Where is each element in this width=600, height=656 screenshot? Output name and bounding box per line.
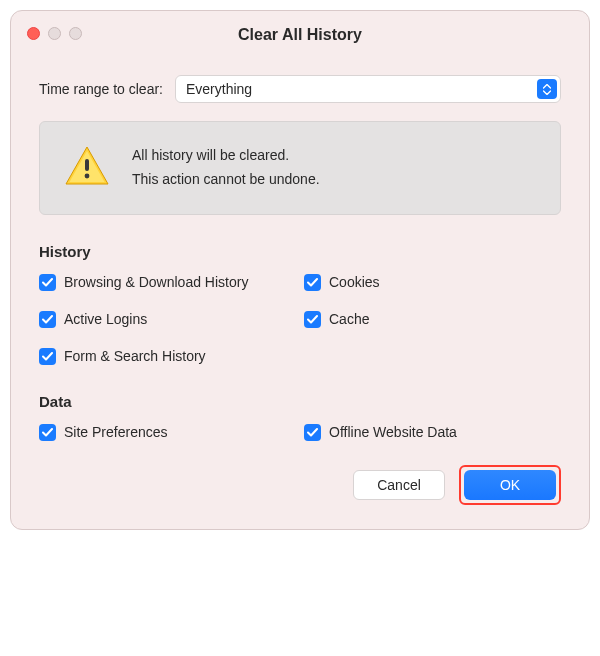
history-checkbox-grid: Browsing & Download History Cookies Acti… bbox=[39, 274, 561, 365]
titlebar: Clear All History bbox=[11, 11, 589, 59]
check-icon bbox=[39, 424, 56, 441]
close-window-button[interactable] bbox=[27, 27, 40, 40]
checkbox-label: Form & Search History bbox=[64, 348, 206, 364]
data-checkbox-grid: Site Preferences Offline Website Data bbox=[39, 424, 561, 441]
select-caret-icon bbox=[537, 79, 557, 99]
warning-line-1: All history will be cleared. bbox=[132, 144, 320, 168]
checkbox-label: Offline Website Data bbox=[329, 424, 457, 440]
ok-button-highlight: OK bbox=[459, 465, 561, 505]
checkbox-cache[interactable]: Cache bbox=[304, 311, 561, 328]
window-title: Clear All History bbox=[238, 26, 362, 44]
check-icon bbox=[39, 348, 56, 365]
traffic-lights bbox=[27, 27, 82, 40]
time-range-select[interactable]: Everything bbox=[175, 75, 561, 103]
checkbox-label: Browsing & Download History bbox=[64, 274, 248, 290]
checkbox-label: Cache bbox=[329, 311, 369, 327]
dialog-content: Time range to clear: Everything All bbox=[11, 59, 589, 529]
warning-panel: All history will be cleared. This action… bbox=[39, 121, 561, 215]
dialog-window: Clear All History Time range to clear: E… bbox=[10, 10, 590, 530]
check-icon bbox=[304, 424, 321, 441]
checkbox-label: Site Preferences bbox=[64, 424, 168, 440]
time-range-label: Time range to clear: bbox=[39, 81, 163, 97]
checkbox-label: Active Logins bbox=[64, 311, 147, 327]
svg-point-1 bbox=[85, 173, 90, 178]
checkbox-label: Cookies bbox=[329, 274, 380, 290]
checkbox-site-preferences[interactable]: Site Preferences bbox=[39, 424, 296, 441]
check-icon bbox=[304, 311, 321, 328]
maximize-window-button[interactable] bbox=[69, 27, 82, 40]
checkbox-form-search-history[interactable]: Form & Search History bbox=[39, 348, 296, 365]
svg-rect-0 bbox=[85, 159, 89, 171]
time-range-selected-value: Everything bbox=[186, 81, 252, 97]
checkbox-offline-website-data[interactable]: Offline Website Data bbox=[304, 424, 561, 441]
time-range-row: Time range to clear: Everything bbox=[39, 75, 561, 103]
warning-icon bbox=[64, 145, 110, 191]
checkbox-cookies[interactable]: Cookies bbox=[304, 274, 561, 291]
check-icon bbox=[39, 311, 56, 328]
ok-button[interactable]: OK bbox=[464, 470, 556, 500]
section-title-data: Data bbox=[39, 393, 561, 410]
checkbox-browsing-download-history[interactable]: Browsing & Download History bbox=[39, 274, 296, 291]
check-icon bbox=[304, 274, 321, 291]
section-title-history: History bbox=[39, 243, 561, 260]
warning-line-2: This action cannot be undone. bbox=[132, 168, 320, 192]
cancel-button[interactable]: Cancel bbox=[353, 470, 445, 500]
dialog-footer: Cancel OK bbox=[39, 465, 561, 505]
minimize-window-button[interactable] bbox=[48, 27, 61, 40]
warning-text: All history will be cleared. This action… bbox=[132, 144, 320, 192]
checkbox-active-logins[interactable]: Active Logins bbox=[39, 311, 296, 328]
check-icon bbox=[39, 274, 56, 291]
